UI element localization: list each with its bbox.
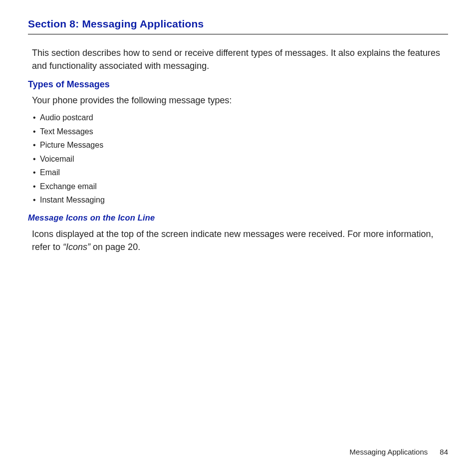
types-list: Audio postcard Text Messages Picture Mes… xyxy=(33,111,448,207)
icons-text-part2: on page 20. xyxy=(90,242,140,252)
document-page: Section 8: Messaging Applications This s… xyxy=(0,0,476,253)
footer-page-number: 84 xyxy=(440,448,448,456)
list-item: Voicemail xyxy=(33,152,448,166)
icons-paragraph: Icons displayed at the top of the screen… xyxy=(32,228,448,253)
icons-heading: Message Icons on the Icon Line xyxy=(28,213,448,223)
section-intro: This section describes how to send or re… xyxy=(32,46,448,72)
list-item: Exchange email xyxy=(33,180,448,194)
section-title: Section 8: Messaging Applications xyxy=(28,18,448,34)
types-heading: Types of Messages xyxy=(28,79,448,90)
page-footer: Messaging Applications84 xyxy=(350,448,448,456)
list-item: Audio postcard xyxy=(33,111,448,125)
footer-label: Messaging Applications xyxy=(350,448,428,456)
list-item: Email xyxy=(33,166,448,180)
list-item: Picture Messages xyxy=(33,138,448,152)
list-item: Instant Messaging xyxy=(33,193,448,207)
icons-reference: “Icons” xyxy=(63,242,90,252)
list-item: Text Messages xyxy=(33,125,448,139)
types-intro: Your phone provides the following messag… xyxy=(32,94,448,107)
